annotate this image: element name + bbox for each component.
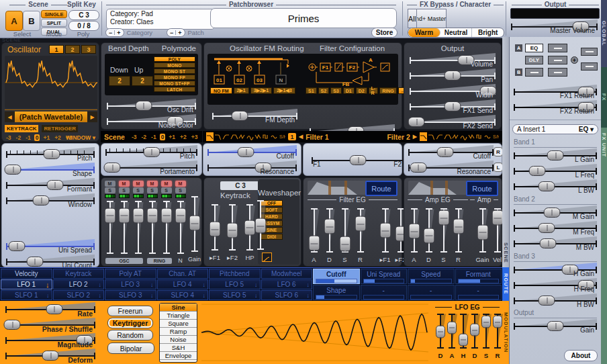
lfo-eg-slider[interactable]: A (447, 312, 457, 351)
character-option[interactable]: Neutral (440, 28, 473, 37)
octave-option[interactable]: +1 (167, 134, 177, 140)
mod-slot[interactable]: Uni Spread (361, 269, 408, 284)
fader-handle[interactable] (227, 222, 238, 238)
param-slider[interactable]: FX1 Return (511, 84, 600, 99)
filter-config-option[interactable]: L-R (369, 87, 379, 94)
chevron-down-icon[interactable]: ↓ (307, 292, 310, 299)
keytrack-toggle[interactable]: KEYTRACK (5, 125, 38, 132)
polymode-option[interactable]: LATCH (154, 87, 195, 92)
octave-option[interactable]: -2 (140, 134, 148, 140)
lfo-bipolar-button[interactable]: Bipolar (107, 343, 154, 354)
param-slider[interactable]: Rate (3, 302, 98, 317)
keytrack-slider[interactable]: ▸F1 (208, 202, 222, 253)
slider-handle[interactable] (539, 223, 555, 233)
octave-option[interactable]: -1 (24, 134, 32, 141)
polymode-option[interactable]: MONO ST (154, 69, 195, 74)
fader-handle[interactable] (481, 316, 491, 328)
mod-slot[interactable]: - (455, 285, 502, 300)
mute-button[interactable]: M (119, 181, 130, 187)
slfo-cell[interactable]: SLFO 6↓ (261, 290, 313, 300)
slider-handle[interactable] (539, 181, 555, 191)
mod-slot[interactable]: Speed (408, 269, 455, 284)
eg-slider[interactable]: A (407, 206, 421, 255)
slider-handle[interactable] (9, 241, 26, 251)
channel-fader[interactable] (103, 199, 116, 256)
fx-eq-box[interactable]: EQ (525, 44, 543, 52)
split-key-value[interactable]: C 3 (68, 10, 99, 20)
slider-handle[interactable] (46, 180, 63, 190)
fader-handle[interactable] (493, 316, 502, 328)
filter2-link-badge[interactable]: R (494, 147, 503, 156)
filter-config-option[interactable]: S2 (318, 87, 330, 94)
lfo-cell[interactable]: LFO 6↓ (261, 279, 313, 289)
wavetable-name[interactable]: (Patch Wavetable) (15, 111, 87, 122)
mod-source-cell[interactable]: Chan. AT (157, 269, 209, 279)
waveshaper-curve-button[interactable] (262, 253, 272, 262)
mod-slot[interactable]: - (361, 285, 408, 300)
eg-slider[interactable]: Gain (475, 206, 489, 255)
slfo-cell[interactable]: SLFO 2↓ (53, 290, 105, 300)
filter-config-option[interactable]: D2 (356, 87, 367, 94)
fader-handle[interactable] (436, 325, 445, 338)
param-slider[interactable]: H Gain (511, 262, 600, 277)
filter2-link-badge[interactable]: L (494, 163, 503, 172)
slider-handle[interactable] (232, 111, 248, 121)
chevron-down-icon[interactable]: ↓ (150, 292, 154, 299)
scene-mode-option[interactable]: SPLIT (41, 19, 67, 27)
filter-config-option[interactable]: S1 (306, 87, 317, 94)
fader-handle[interactable] (324, 219, 335, 234)
fader-handle[interactable] (423, 228, 434, 243)
slider-handle[interactable] (143, 147, 160, 157)
fader-handle[interactable] (118, 208, 130, 223)
chevron-down-icon[interactable]: ↓ (307, 281, 310, 288)
chevron-down-icon[interactable]: ↓ (203, 292, 206, 299)
fader-handle[interactable] (255, 218, 267, 234)
filter-config-option[interactable]: S3 (330, 87, 342, 94)
param-slider[interactable]: FX2 Send (407, 114, 498, 130)
slider-handle[interactable] (445, 71, 461, 81)
lfo-cell[interactable]: LFO 5↓ (209, 279, 261, 289)
fader-handle[interactable] (459, 333, 468, 346)
fm-depth-slider[interactable]: FM Depth (209, 108, 300, 124)
oscillator-type-menu[interactable]: WINDOW ▾ (66, 134, 95, 141)
param-slider[interactable]: L Gain (511, 148, 600, 163)
param-slider[interactable]: Window (3, 193, 97, 208)
mod-slot[interactable]: Shape (313, 285, 360, 300)
slider-handle[interactable] (350, 155, 367, 165)
fm-routing-option[interactable]: 2▶1 (234, 87, 249, 94)
filter-balance-slider[interactable]: F1 F2 (309, 152, 407, 168)
eg-slider[interactable]: D (422, 206, 436, 255)
solo-button[interactable]: S (161, 187, 172, 193)
param-slider[interactable]: FX2 Return (511, 99, 600, 115)
channel-fader[interactable] (160, 199, 173, 256)
channel-fader[interactable] (174, 199, 187, 256)
fx-slot-box[interactable] (548, 68, 567, 77)
filter1-type-icons[interactable]: S/H (206, 132, 285, 141)
fx-slot-box[interactable] (548, 56, 567, 64)
param-slider[interactable]: Portamento (103, 160, 200, 175)
chevron-down-icon[interactable]: ↓ (254, 281, 258, 288)
fx-slot-box[interactable] (525, 68, 543, 77)
lfo-trigger-option[interactable]: Keytrigger (107, 318, 153, 328)
fader-handle[interactable] (209, 222, 221, 237)
solo-button[interactable]: S (147, 187, 158, 193)
master-volume-slider[interactable]: Master Volume (508, 19, 600, 34)
oscillator-tab[interactable]: 1 (49, 45, 64, 54)
bend-down-value[interactable]: 2 (109, 76, 130, 86)
filter-eg-route-button[interactable]: Route (365, 181, 398, 196)
fader-handle[interactable] (160, 208, 172, 223)
mute-button[interactable]: M (133, 181, 144, 187)
polymode-option[interactable]: MONO (154, 62, 195, 68)
slider-handle[interactable] (104, 163, 121, 173)
polymode-option[interactable]: MONO FP (154, 75, 195, 80)
slider-handle[interactable] (42, 351, 59, 361)
channel-fader[interactable] (132, 199, 144, 256)
fader-handle[interactable] (189, 216, 200, 231)
slider-handle[interactable] (529, 166, 546, 176)
wavetable-next-button[interactable]: ▶ (87, 111, 97, 122)
fader-handle[interactable] (355, 216, 366, 232)
param-slider[interactable]: Width (407, 83, 498, 99)
octave-option[interactable]: +3 (190, 134, 199, 140)
param-slider[interactable]: Pitch (103, 144, 200, 160)
fx-slot-box[interactable] (581, 48, 598, 56)
